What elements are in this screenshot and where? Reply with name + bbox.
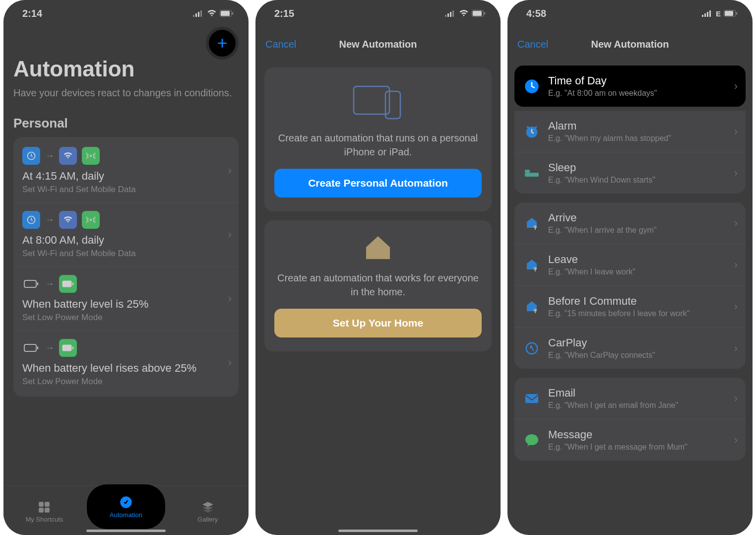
svg-rect-23 [39,508,44,513]
chevron-right-icon: › [228,356,232,369]
arrow-icon: → [45,279,54,289]
cancel-button[interactable]: Cancel [517,39,548,50]
trigger-arrive[interactable]: ArriveE.g. "When I arrive at the gym" › [514,202,746,244]
automation-subtitle: Set Low Power Mode [22,377,230,387]
alarm-icon [523,123,540,140]
arrow-icon: → [45,343,54,353]
trigger-alarm[interactable]: AlarmE.g. "When my alarm has stopped" › [514,111,746,152]
svg-point-48 [534,309,537,312]
trigger-group: AlarmE.g. "When my alarm has stopped" › … [514,111,746,194]
add-automation-button[interactable] [209,30,236,57]
cellular-tile-icon [82,147,100,165]
automation-title: When battery level rises above 25% [22,362,230,375]
automation-title: At 4:15 AM, daily [22,170,230,183]
svg-rect-16 [72,282,73,285]
home-icon [363,234,393,261]
automation-subtitle: Set Wi-Fi and Set Mobile Data [22,185,230,195]
trigger-subtitle: E.g. "When CarPlay connects" [548,351,655,360]
svg-rect-18 [37,346,38,349]
carplay-icon [523,340,540,357]
nav-title: New Automation [339,39,417,50]
battery-icon [220,10,234,17]
plus-icon [216,37,229,50]
email-icon [523,390,540,407]
tab-label: My Shortcuts [25,516,63,523]
wifi-tile-icon [59,147,77,165]
personal-card-text: Create an automation that runs on a pers… [274,131,482,159]
tab-gallery[interactable]: Gallery [167,486,249,535]
svg-rect-32 [484,12,485,15]
svg-rect-6 [232,12,233,15]
arrow-icon: → [45,215,54,225]
automation-title: At 8:00 AM, daily [22,234,230,247]
svg-rect-31 [473,11,482,16]
automation-row[interactable]: → At 8:00 AM, daily Set Wi-Fi and Set Mo… [13,202,239,267]
trigger-carplay[interactable]: CarPlayE.g. "When CarPlay connects" › [514,327,746,369]
trigger-subtitle: E.g. "When my alarm has stopped" [548,134,671,143]
page-subtitle: Have your devices react to changes in co… [13,86,239,100]
svg-rect-19 [63,345,71,351]
svg-rect-35 [702,15,703,17]
trigger-message[interactable]: MessageE.g. "When I get a message from M… [514,419,746,461]
trigger-title: Email [548,387,678,400]
battery-tile-icon [59,275,77,293]
trigger-title: Time of Day [548,74,657,87]
svg-point-46 [534,225,537,228]
svg-rect-3 [200,10,202,17]
svg-rect-41 [736,12,737,15]
cancel-button[interactable]: Cancel [265,39,296,50]
cellular-tile-icon [82,211,100,229]
svg-point-10 [90,155,92,157]
trigger-subtitle: E.g. "When I get an email from Jane" [548,401,678,410]
home-automation-card: Create an automation that works for ever… [264,220,492,351]
svg-rect-1 [195,13,197,17]
trigger-title: Leave [548,253,635,266]
chevron-right-icon: › [734,434,738,447]
automation-row[interactable]: → At 4:15 AM, daily Set Wi-Fi and Set Mo… [13,139,239,202]
tab-automation[interactable]: Automation [87,484,165,529]
automation-row[interactable]: → When battery level rises above 25% Set… [13,331,239,395]
wifi-tile-icon [59,211,77,229]
svg-rect-28 [450,12,451,17]
status-bar: 2:14 [3,0,249,27]
tab-label: Automation [110,511,142,519]
trigger-title: Arrive [548,211,657,224]
trigger-leave[interactable]: LeaveE.g. "When I leave work" › [514,244,746,285]
trigger-email[interactable]: EmailE.g. "When I get an email from Jane… [514,378,746,419]
clock-icon [22,147,40,165]
screen-new-automation-type: 2:15 Cancel New Automation Create an aut… [255,0,501,535]
stack-icon [201,501,214,514]
set-up-home-button[interactable]: Set Up Your Home [274,309,482,337]
svg-rect-14 [37,282,38,285]
wifi-icon [459,10,469,17]
chevron-right-icon: › [734,259,738,271]
trigger-subtitle: E.g. "When Wind Down starts" [548,176,655,185]
screen-new-automation-triggers: 4:58 E Cancel New Automation Time of Day… [507,0,753,535]
svg-point-12 [90,219,92,221]
nav-bar: Cancel New Automation [507,30,753,59]
svg-rect-13 [24,280,36,287]
home-indicator[interactable] [86,530,166,532]
bed-icon [523,165,540,182]
home-indicator[interactable] [338,530,418,532]
trigger-group: ArriveE.g. "When I arrive at the gym" › … [514,202,746,369]
trigger-time-of-day[interactable]: Time of DayE.g. "At 8:00 am on weekdays"… [514,66,746,107]
chevron-right-icon: › [228,164,232,177]
svg-rect-36 [704,13,706,17]
trigger-sleep[interactable]: SleepE.g. "When Wind Down starts" › [514,152,746,194]
svg-point-47 [534,267,537,270]
automation-icon [119,495,133,509]
svg-rect-50 [525,394,538,403]
trigger-before-commute[interactable]: Before I CommuteE.g. "15 minutes before … [514,285,746,327]
trigger-group: EmailE.g. "When I get an email from Jane… [514,378,746,461]
status-icons: E [702,9,738,18]
chevron-right-icon: › [734,217,738,230]
trigger-title: Before I Commute [548,295,690,308]
tab-my-shortcuts[interactable]: My Shortcuts [3,486,85,535]
battery-outline-icon [22,339,40,357]
automation-subtitle: Set Wi-Fi and Set Mobile Data [22,249,230,259]
automation-row[interactable]: → When battery level is 25% Set Low Powe… [13,267,239,331]
clock: 4:58 [526,8,546,19]
create-personal-automation-button[interactable]: Create Personal Automation [274,169,482,198]
section-personal: Personal [13,116,239,131]
